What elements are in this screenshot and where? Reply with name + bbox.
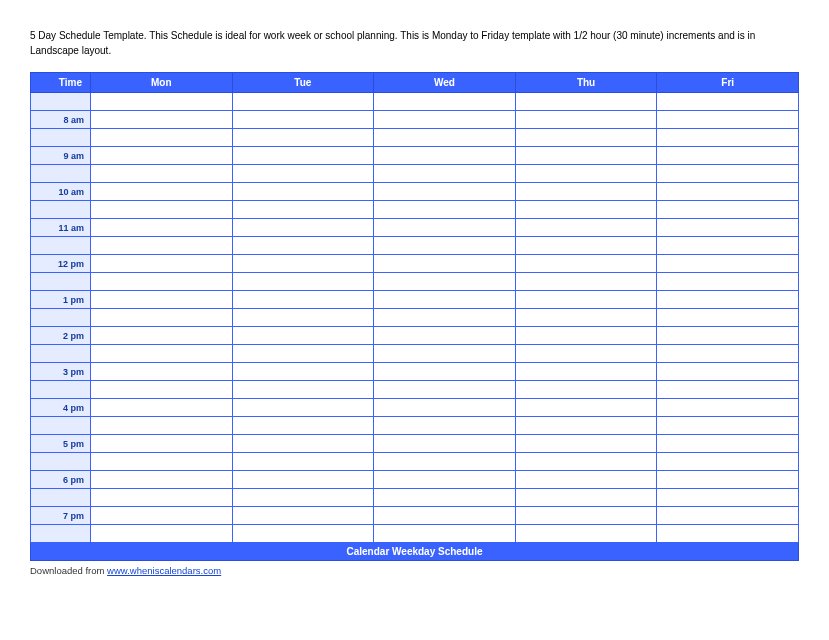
schedule-cell [657, 453, 799, 471]
header-day-tue: Tue [232, 73, 374, 93]
download-line: Downloaded from www.wheniscalendars.com [30, 565, 799, 576]
download-link[interactable]: www.wheniscalendars.com [107, 565, 221, 576]
schedule-cell [91, 507, 233, 525]
schedule-cell [657, 165, 799, 183]
schedule-cell [374, 489, 516, 507]
schedule-cell [91, 489, 233, 507]
schedule-cell [232, 363, 374, 381]
table-row [31, 489, 799, 507]
schedule-cell [515, 111, 657, 129]
header-day-thu: Thu [515, 73, 657, 93]
schedule-cell [232, 273, 374, 291]
schedule-cell [374, 471, 516, 489]
schedule-cell [232, 93, 374, 111]
schedule-cell [374, 507, 516, 525]
schedule-cell [232, 525, 374, 543]
schedule-cell [91, 147, 233, 165]
schedule-cell [657, 219, 799, 237]
schedule-cell [515, 327, 657, 345]
schedule-cell [374, 93, 516, 111]
schedule-table: Time Mon Tue Wed Thu Fri 8 am9 am10 am11… [30, 72, 799, 561]
schedule-cell [91, 435, 233, 453]
schedule-cell [232, 399, 374, 417]
schedule-cell [232, 381, 374, 399]
schedule-cell [515, 255, 657, 273]
time-label: 7 pm [31, 507, 91, 525]
schedule-cell [657, 417, 799, 435]
schedule-cell [374, 183, 516, 201]
table-row [31, 525, 799, 543]
table-row [31, 309, 799, 327]
schedule-cell [515, 183, 657, 201]
schedule-cell [91, 399, 233, 417]
schedule-cell [515, 129, 657, 147]
time-label: 8 am [31, 111, 91, 129]
schedule-cell [91, 129, 233, 147]
schedule-cell [374, 435, 516, 453]
schedule-cell [91, 165, 233, 183]
time-label: 11 am [31, 219, 91, 237]
time-label: 9 am [31, 147, 91, 165]
schedule-cell [515, 147, 657, 165]
schedule-cell [232, 345, 374, 363]
schedule-cell [515, 381, 657, 399]
table-row: 12 pm [31, 255, 799, 273]
header-day-wed: Wed [374, 73, 516, 93]
schedule-cell [515, 399, 657, 417]
schedule-cell [657, 471, 799, 489]
time-cell-half [31, 417, 91, 435]
schedule-cell [91, 309, 233, 327]
schedule-cell [374, 129, 516, 147]
schedule-cell [657, 489, 799, 507]
table-row [31, 453, 799, 471]
schedule-cell [232, 111, 374, 129]
footer-bar: Calendar Weekday Schedule [31, 543, 799, 561]
schedule-cell [515, 309, 657, 327]
time-label: 10 am [31, 183, 91, 201]
schedule-cell [232, 129, 374, 147]
schedule-cell [657, 363, 799, 381]
schedule-cell [374, 147, 516, 165]
table-row [31, 201, 799, 219]
schedule-cell [374, 327, 516, 345]
header-time: Time [31, 73, 91, 93]
schedule-cell [91, 201, 233, 219]
schedule-cell [91, 183, 233, 201]
table-row: 1 pm [31, 291, 799, 309]
schedule-cell [374, 417, 516, 435]
table-row: 7 pm [31, 507, 799, 525]
schedule-cell [232, 201, 374, 219]
schedule-cell [657, 147, 799, 165]
table-row [31, 165, 799, 183]
schedule-cell [657, 93, 799, 111]
schedule-cell [91, 525, 233, 543]
schedule-cell [657, 327, 799, 345]
schedule-cell [374, 255, 516, 273]
schedule-cell [374, 111, 516, 129]
schedule-cell [515, 237, 657, 255]
schedule-cell [91, 327, 233, 345]
schedule-cell [374, 273, 516, 291]
schedule-cell [232, 237, 374, 255]
schedule-cell [374, 525, 516, 543]
schedule-cell [515, 165, 657, 183]
schedule-cell [657, 525, 799, 543]
table-row [31, 381, 799, 399]
time-label: 3 pm [31, 363, 91, 381]
schedule-cell [515, 453, 657, 471]
table-row: 6 pm [31, 471, 799, 489]
time-cell-half [31, 237, 91, 255]
schedule-cell [515, 489, 657, 507]
schedule-cell [374, 363, 516, 381]
schedule-cell [374, 345, 516, 363]
schedule-cell [657, 183, 799, 201]
schedule-cell [657, 291, 799, 309]
schedule-cell [232, 327, 374, 345]
schedule-cell [232, 489, 374, 507]
schedule-cell [232, 309, 374, 327]
schedule-cell [515, 219, 657, 237]
schedule-cell [515, 273, 657, 291]
schedule-cell [374, 237, 516, 255]
schedule-cell [515, 291, 657, 309]
schedule-cell [374, 201, 516, 219]
